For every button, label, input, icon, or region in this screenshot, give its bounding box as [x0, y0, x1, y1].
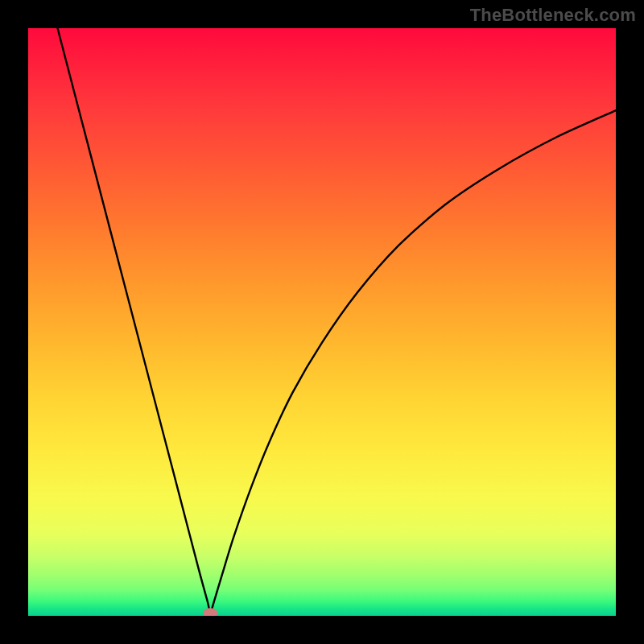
- minimum-marker: [203, 608, 217, 616]
- chart-frame: TheBottleneck.com: [0, 0, 644, 644]
- plot-area: [28, 28, 616, 616]
- chart-svg: [28, 28, 616, 616]
- watermark-text: TheBottleneck.com: [470, 5, 636, 26]
- bottleneck-curve: [58, 28, 617, 613]
